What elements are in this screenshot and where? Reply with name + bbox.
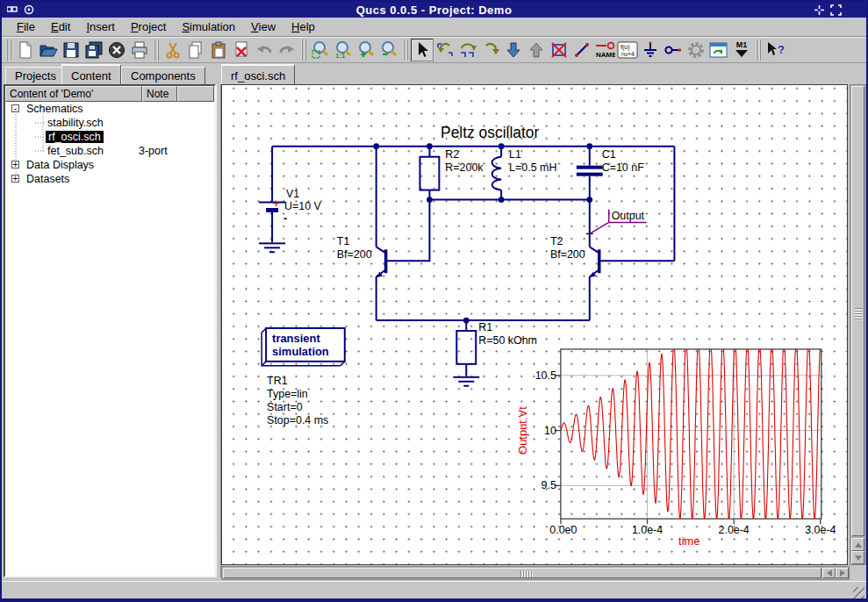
tree-item-data-displays[interactable]: Data Displays — [5, 158, 214, 172]
open-button[interactable] — [37, 39, 60, 61]
close-file-button[interactable] — [105, 39, 128, 61]
horizontal-scrollbar-thumb[interactable] — [223, 568, 821, 578]
menu-insert[interactable]: Insert — [78, 18, 123, 35]
data-display-button[interactable] — [707, 39, 730, 61]
scrollbar-grip — [855, 308, 863, 320]
status-bar — [2, 581, 866, 600]
tab-projects[interactable]: Projects — [5, 67, 66, 84]
zoom-fit-button[interactable] — [309, 39, 332, 61]
delete-button[interactable] — [230, 39, 253, 61]
wire-label-button[interactable]: NAME — [593, 39, 616, 61]
vertical-scrollbar-thumb[interactable] — [851, 86, 864, 536]
zoom-in-button[interactable] — [355, 39, 377, 61]
tree-label[interactable]: Data Displays — [26, 159, 94, 171]
down-arrow-icon — [855, 555, 862, 561]
content-header: Content of 'Demo' Note — [5, 86, 214, 102]
tab-content[interactable]: Content — [61, 64, 121, 84]
up-arrow-icon — [855, 542, 862, 548]
t1-name: T1 — [337, 235, 350, 247]
deactivate-button[interactable] — [548, 39, 570, 61]
tr1-parameters: TR1 Type=lin Start=0 Stop=0.4 ms — [267, 375, 328, 426]
simulate-button[interactable] — [685, 39, 707, 61]
t1-value: Bf=200 — [337, 248, 372, 261]
new-button[interactable] — [14, 39, 37, 61]
push-into-button[interactable] — [502, 39, 525, 61]
tree-label[interactable]: Datasets — [26, 173, 69, 185]
redo-button[interactable] — [276, 39, 298, 61]
zoom-1-1-icon: 1:1 — [334, 40, 353, 60]
copy-button[interactable] — [184, 39, 207, 61]
menu-help[interactable]: Help — [283, 18, 323, 35]
tree-item-datasets[interactable]: Datasets — [5, 172, 214, 186]
scroll-left-button[interactable] — [822, 568, 836, 578]
column-header-note[interactable]: Note — [142, 86, 177, 102]
expand-icon[interactable] — [11, 175, 19, 183]
menu-bar: File Edit Insert Project Simulation View… — [2, 18, 866, 37]
tree-item-schematics[interactable]: Schematics — [5, 102, 214, 116]
menu-project[interactable]: Project — [123, 18, 174, 35]
data-display-icon — [708, 40, 729, 60]
rotate-button[interactable] — [434, 39, 456, 61]
equation-icon: f(u)=u+4 — [617, 40, 638, 60]
save-button[interactable] — [60, 39, 82, 61]
cut-button[interactable] — [161, 39, 184, 61]
zoom-out-button[interactable] — [377, 39, 400, 61]
content-panel: Content of 'Demo' Note Schematics — [4, 84, 216, 577]
tree-item-stability[interactable]: stability.sch — [5, 116, 214, 130]
scroll-down-button[interactable] — [851, 551, 864, 564]
close-file-icon — [107, 40, 126, 60]
rotate-cw-button[interactable] — [479, 39, 502, 61]
scroll-right-button[interactable] — [836, 568, 849, 578]
menu-edit[interactable]: Edit — [43, 18, 78, 35]
restore-icon[interactable] — [830, 4, 842, 19]
svg-text:Start=0: Start=0 — [267, 401, 303, 413]
marker-button[interactable]: M1 — [730, 39, 753, 61]
port-button[interactable] — [662, 39, 685, 61]
tree-item-fet-sub[interactable]: fet_sub.sch 3-port — [5, 144, 214, 158]
mirror-x-button[interactable] — [456, 39, 479, 61]
vertical-scrollbar[interactable] — [850, 84, 866, 565]
svg-text:3.0e-4: 3.0e-4 — [805, 524, 836, 536]
title-bar: Qucs 0.0.5 - Project: Demo — [2, 2, 866, 18]
zoom-1-1-button[interactable]: 1:1 — [332, 39, 355, 61]
output-plot[interactable]: 10.5 10 9.5 0.0e0 1.0e-4 2.0e-4 3.0e-4 t… — [516, 342, 836, 548]
tab-components[interactable]: Components — [121, 67, 205, 84]
menu-file[interactable]: File — [9, 18, 43, 35]
maximize-icon[interactable] — [814, 4, 825, 19]
svg-text:TR1: TR1 — [267, 375, 288, 387]
resize-grip[interactable] — [853, 587, 864, 598]
expand-icon[interactable] — [11, 161, 19, 168]
save-all-button[interactable] — [82, 39, 105, 61]
toolbar-handle[interactable] — [6, 39, 11, 61]
y-axis-label: Output.Vt — [516, 406, 529, 455]
transient-sim-box[interactable]: transient simulation — [262, 328, 345, 366]
menu-view[interactable]: View — [243, 18, 283, 35]
pop-out-icon — [527, 40, 546, 60]
scrollbar-grip — [520, 570, 533, 577]
tree-label-selected[interactable]: rf_osci.sch — [46, 131, 104, 143]
equation-button[interactable]: f(u)=u+4 — [616, 39, 639, 61]
menu-simulation[interactable]: Simulation — [174, 18, 243, 35]
tree-label[interactable]: Schematics — [26, 103, 83, 115]
column-header-content[interactable]: Content of 'Demo' — [5, 86, 142, 102]
schematic-canvas[interactable]: Peltz oscillator — [221, 84, 848, 565]
toolbar-separator — [756, 39, 761, 61]
ground-button[interactable] — [639, 39, 662, 61]
whats-this-button[interactable]: ? — [764, 39, 786, 61]
scroll-up-button[interactable] — [851, 538, 864, 551]
undo-button[interactable] — [253, 39, 276, 61]
pop-out-button[interactable] — [525, 39, 548, 61]
tree-label[interactable]: fet_sub.sch — [47, 145, 104, 157]
tree-item-rf-osci[interactable]: rf_osci.sch — [5, 130, 214, 144]
copy-icon — [186, 40, 205, 60]
print-button[interactable] — [128, 39, 151, 61]
select-button[interactable] — [411, 39, 434, 61]
marker-icon: M1 — [731, 39, 752, 61]
collapse-icon[interactable] — [11, 104, 19, 112]
document-tab[interactable]: rf_osci.sch — [221, 64, 295, 84]
horizontal-scrollbar[interactable] — [221, 566, 850, 580]
paste-button[interactable] — [207, 39, 230, 61]
wire-button[interactable] — [570, 39, 593, 61]
junction-dots — [373, 143, 596, 323]
tree-label[interactable]: stability.sch — [47, 117, 104, 129]
